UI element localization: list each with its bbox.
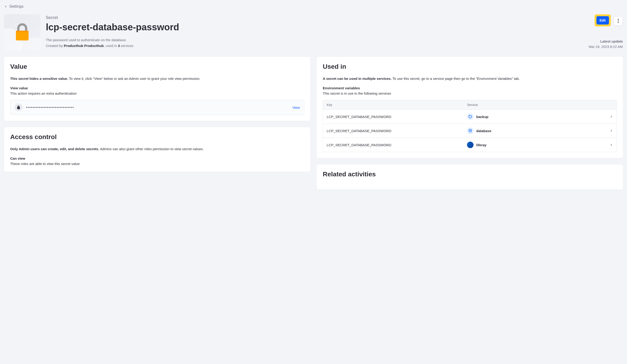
svg-point-2 [618,19,619,20]
cell-service: database [467,128,607,134]
table-header: Key Service [323,100,617,110]
card-heading: Value [10,63,304,70]
env-vars-text: This secret is in use in the following s… [323,91,617,95]
service-name: database [476,129,491,133]
view-value-heading: View value [10,86,304,90]
cell-service: backup [467,113,607,120]
used-in-card: Used in A secret can be used in multiple… [317,57,623,158]
can-view-text: These roles are able to view this secret… [10,162,304,166]
lock-icon [15,103,22,111]
th-key: Key [327,103,467,107]
chevron-right-icon [607,115,613,118]
chevron-right-icon [607,143,613,146]
chevron-right-icon [607,129,613,132]
backup-icon [467,113,473,120]
secret-icon [4,14,40,50]
svg-point-4 [618,22,619,23]
cell-key: LCP_SECRET_DATABASE_PASSWORD [327,115,467,119]
used-description: A secret can be used in multiple service… [323,76,617,82]
liferay-icon [467,142,473,148]
table-row[interactable]: LCP_SECRET_DATABASE_PASSWORDbackup [323,110,617,124]
card-heading: Related activities [323,171,617,178]
svg-rect-0 [16,31,29,41]
view-button[interactable]: View [292,105,300,109]
card-heading: Access control [10,133,304,141]
eyebrow: Secret [46,15,583,20]
env-vars-heading: Environment variables [323,86,617,90]
cell-key: LCP_SECRET_DATABASE_PASSWORD [327,143,467,147]
page-title: lcp-secret-database-password [46,22,583,32]
created-by: Created by Producthub Producthub, used i… [46,44,583,48]
dots-vertical-icon [618,19,619,23]
card-heading: Used in [323,63,617,70]
edit-button-highlight: Edit [595,14,611,26]
edit-button[interactable]: Edit [596,16,609,25]
latest-update-date: Mar 24, 2023 8:22 AM [589,45,623,48]
th-service: Service [467,103,607,107]
value-card: Value This secret hides a sensitive valu… [4,57,310,121]
access-control-card: Access control Only Admin users can crea… [4,127,310,172]
page-header: Secret lcp-secret-database-password The … [4,14,623,50]
table-row[interactable]: LCP_SECRET_DATABASE_PASSWORDdatabase [323,124,617,138]
breadcrumb-label: Settings [9,4,23,9]
view-value-text: This action requires an extra authentica… [10,91,304,95]
latest-update-label: Latest update [600,39,623,43]
access-description: Only Admin users can create, edit, and d… [10,146,304,152]
services-table: Key Service LCP_SECRET_DATABASE_PASSWORD… [323,100,617,152]
svg-rect-5 [17,107,20,109]
service-name: backup [476,115,489,119]
svg-rect-1 [16,31,29,32]
more-menu-button[interactable] [614,16,623,25]
secret-value-box: •••••••••••••••••••••••••••••• View [10,100,304,115]
can-view-heading: Can view [10,156,304,160]
value-description: This secret hides a sensitive value. To … [10,76,304,82]
database-icon [467,128,473,134]
cell-service: liferay [467,142,607,148]
related-activities-card: Related activities [317,165,623,189]
svg-point-3 [618,20,619,21]
masked-value: •••••••••••••••••••••••••••••• [26,105,289,109]
description: The password used to authenticate on the… [46,38,583,42]
chevron-left-icon [4,5,7,8]
svg-point-6 [469,129,472,130]
table-row[interactable]: LCP_SECRET_DATABASE_PASSWORDliferay [323,138,617,152]
breadcrumb[interactable]: Settings [4,4,623,9]
cell-key: LCP_SECRET_DATABASE_PASSWORD [327,129,467,133]
service-name: liferay [476,143,486,147]
